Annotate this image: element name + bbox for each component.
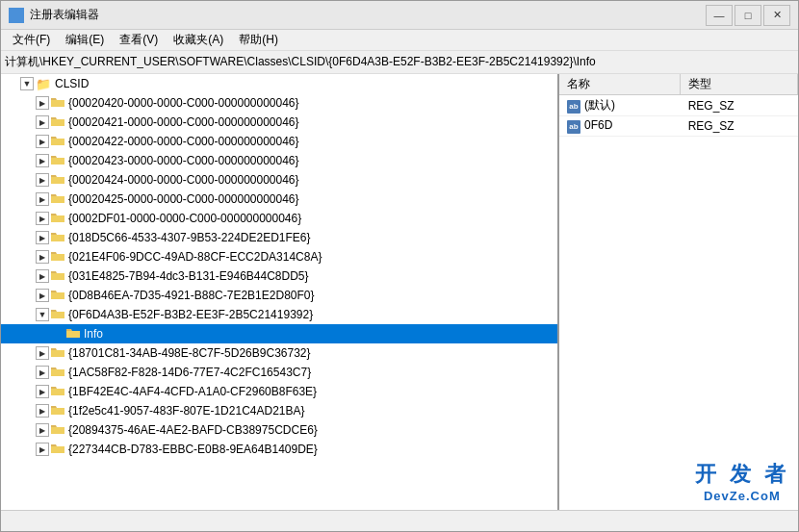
expand-placeholder: [51, 327, 64, 341]
tree-item[interactable]: ▶{227344CB-D783-EBBC-E0B8-9EA64B1409DE}: [1, 440, 557, 459]
menu-item-v[interactable]: 查看(V): [112, 30, 166, 50]
tree-item[interactable]: ▶{031E4825-7B94-4dc3-B131-E946B44C8DD5}: [1, 266, 557, 286]
tree-item-label: {018D5C66-4533-4307-9B53-224DE2ED1FE6}: [68, 231, 311, 244]
expand-button[interactable]: ▶: [36, 346, 49, 360]
tree-item[interactable]: ▶{20894375-46AE-4AE2-BAFD-CB38975CDCE6}: [1, 420, 557, 440]
tree-item-label: {00020424-0000-0000-C000-000000000046}: [68, 173, 299, 187]
tree-item[interactable]: ▶{1AC58F82-F828-14D6-77E7-4C2FC16543C7}: [1, 363, 557, 382]
tree-item[interactable]: ▶{021E4F06-9DCC-49AD-88CF-ECC2DA314C8A}: [1, 247, 557, 266]
tree-item[interactable]: ▶{00020420-0000-0000-C000-000000000046}: [1, 93, 557, 113]
expand-button[interactable]: ▶: [36, 212, 49, 225]
expand-button[interactable]: ▶: [36, 250, 49, 264]
reg-type-icon: ab: [567, 120, 580, 134]
close-button[interactable]: ✕: [763, 5, 790, 26]
address-bar: 计算机\HKEY_CURRENT_USER\SOFTWARE\Classes\C…: [1, 51, 798, 74]
right-pane: 名称 类型 ab(默认)REG_SZab0F6DREG_SZ: [559, 74, 798, 510]
table-row[interactable]: ab0F6DREG_SZ: [559, 116, 798, 137]
clsid-label: CLSID: [55, 77, 89, 90]
folder-icon: [51, 115, 64, 130]
table-cell-name: ab(默认): [559, 95, 681, 116]
tree-item[interactable]: ▶{00020424-0000-0000-C000-000000000046}: [1, 170, 557, 190]
expand-button[interactable]: ▶: [36, 192, 49, 206]
tree-item-label: {021E4F06-9DCC-49AD-88CF-ECC2DA314C8A}: [68, 250, 322, 264]
tree-item-label: {00020425-0000-0000-C000-000000000046}: [68, 192, 299, 206]
tree-item-label: {1BF42E4C-4AF4-4CFD-A1A0-CF2960B8F63E}: [68, 385, 317, 398]
expand-button[interactable]: ▶: [36, 154, 49, 167]
tree-item[interactable]: ▶{0002DF01-0000-0000-C000-000000000046}: [1, 209, 557, 228]
tree-item[interactable]: ▶{00020422-0000-0000-C000-000000000046}: [1, 132, 557, 151]
clsid-expand-btn[interactable]: ▼: [20, 77, 34, 90]
folder-icon: [51, 154, 64, 168]
folder-icon: [51, 443, 64, 457]
status-bar: [1, 510, 798, 531]
window-controls: — □ ✕: [706, 5, 790, 26]
clsid-root-item[interactable]: ▼ 📁 CLSID: [1, 74, 557, 93]
folder-icon: [51, 289, 64, 303]
expand-button[interactable]: ▶: [36, 173, 49, 187]
table-cell-type: REG_SZ: [681, 116, 798, 137]
folder-icon: 📁: [36, 77, 51, 91]
tree-item[interactable]: ▶{00020421-0000-0000-C000-000000000046}: [1, 113, 557, 132]
window-title: 注册表编辑器: [30, 7, 706, 23]
tree-item[interactable]: ▼{0F6D4A3B-E52F-B3B2-EE3F-2B5C21419392}: [1, 305, 557, 324]
table-header-row: 名称 类型: [559, 74, 798, 95]
tree-item[interactable]: Info: [1, 324, 557, 343]
registry-values-table: 名称 类型 ab(默认)REG_SZab0F6DREG_SZ: [559, 74, 798, 137]
expand-button[interactable]: ▶: [36, 135, 49, 148]
expand-button[interactable]: ▶: [36, 385, 49, 398]
window-icon: [9, 8, 24, 23]
col-type-header: 类型: [681, 74, 798, 95]
svg-rect-2: [10, 16, 15, 22]
folder-icon: [51, 192, 64, 207]
tree-pane[interactable]: ▼ 📁 CLSID ▶{00020420-0000-0000-C000-0000…: [1, 74, 559, 510]
tree-item-label: {1f2e5c41-9057-483F-807E-1D21C4AD21BA}: [68, 404, 305, 418]
menu-bar: 文件(F)编辑(E)查看(V)收藏夹(A)帮助(H): [1, 30, 798, 51]
tree-item[interactable]: ▶{018D5C66-4533-4307-9B53-224DE2ED1FE6}: [1, 228, 557, 247]
tree-item[interactable]: ▶{1f2e5c41-9057-483F-807E-1D21C4AD21BA}: [1, 401, 557, 420]
menu-item-a[interactable]: 收藏夹(A): [166, 30, 231, 50]
tree-item[interactable]: ▶{00020425-0000-0000-C000-000000000046}: [1, 190, 557, 209]
expand-button[interactable]: ▶: [36, 115, 49, 129]
folder-icon: [51, 96, 64, 111]
title-bar: 注册表编辑器 — □ ✕: [1, 1, 798, 30]
menu-item-f[interactable]: 文件(F): [5, 30, 58, 50]
tree-item-label: Info: [84, 327, 103, 341]
folder-icon: [51, 385, 64, 399]
tree-item-label: {0D8B46EA-7D35-4921-B88C-7E2B1E2D80F0}: [68, 289, 315, 302]
folder-icon: [51, 404, 64, 418]
tree-item-label: {1AC58F82-F828-14D6-77E7-4C2FC16543C7}: [68, 366, 311, 379]
tree-item-label: {00020420-0000-0000-C000-000000000046}: [68, 96, 299, 110]
menu-item-h[interactable]: 帮助(H): [231, 30, 286, 50]
address-path: 计算机\HKEY_CURRENT_USER\SOFTWARE\Classes\C…: [5, 54, 794, 70]
tree-item-label: {00020422-0000-0000-C000-000000000046}: [68, 135, 299, 148]
tree-item-label: {00020421-0000-0000-C000-000000000046}: [68, 115, 299, 129]
expand-button[interactable]: ▶: [36, 231, 49, 244]
expand-button[interactable]: ▶: [36, 96, 49, 110]
folder-icon: [51, 173, 64, 188]
folder-icon: [51, 231, 64, 245]
expand-button[interactable]: ▶: [36, 423, 49, 437]
tree-item[interactable]: ▶{00020423-0000-0000-C000-000000000046}: [1, 151, 557, 170]
tree-item-label: {00020423-0000-0000-C000-000000000046}: [68, 154, 299, 167]
expand-button[interactable]: ▶: [36, 443, 49, 456]
maximize-button[interactable]: □: [735, 5, 761, 26]
tree-item[interactable]: ▶{0D8B46EA-7D35-4921-B88C-7E2B1E2D80F0}: [1, 286, 557, 305]
tree-item-label: {0F6D4A3B-E52F-B3B2-EE3F-2B5C21419392}: [68, 308, 313, 321]
tree-item[interactable]: ▶{18701C81-34AB-498E-8C7F-5D26B9C36732}: [1, 343, 557, 363]
svg-rect-0: [10, 9, 15, 14]
expand-button[interactable]: ▼: [36, 308, 49, 321]
expand-button[interactable]: ▶: [36, 404, 49, 418]
tree-item-label: {0002DF01-0000-0000-C000-000000000046}: [68, 212, 301, 225]
expand-button[interactable]: ▶: [36, 269, 49, 283]
minimize-button[interactable]: —: [706, 5, 733, 26]
expand-button[interactable]: ▶: [36, 289, 49, 302]
expand-button[interactable]: ▶: [36, 366, 49, 379]
menu-item-e[interactable]: 编辑(E): [58, 30, 112, 50]
folder-icon: [51, 269, 64, 284]
folder-icon: [51, 135, 64, 149]
table-row[interactable]: ab(默认)REG_SZ: [559, 95, 798, 116]
tree-item-label: {18701C81-34AB-498E-8C7F-5D26B9C36732}: [68, 346, 311, 360]
folder-icon: [51, 346, 64, 361]
table-cell-type: REG_SZ: [681, 95, 798, 116]
tree-item[interactable]: ▶{1BF42E4C-4AF4-4CFD-A1A0-CF2960B8F63E}: [1, 382, 557, 401]
